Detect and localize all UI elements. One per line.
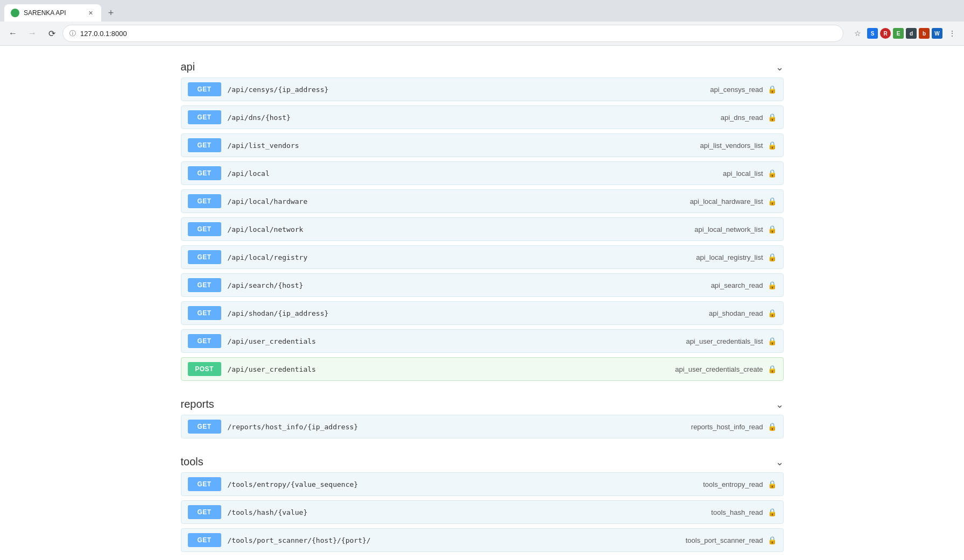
ext-icon-4[interactable]: d (906, 28, 917, 39)
lock-icon: 🔒 (768, 141, 777, 150)
reload-button[interactable]: ⟳ (43, 25, 60, 42)
lock-icon: 🔒 (768, 365, 777, 373)
section-header-api[interactable]: api ⌄ (181, 56, 784, 77)
endpoint-name: api_dns_read (721, 114, 763, 122)
endpoint-name: api_local_hardware_list (690, 197, 763, 205)
nav-bar: ← → ⟳ ⓘ 127.0.0.1:8000 ☆ S R E d b W ⋮ (0, 22, 964, 45)
endpoint-path: /api/local/registry (228, 253, 696, 261)
endpoint-row[interactable]: GET /api/user_credentials api_user_crede… (181, 329, 784, 353)
section-reports: reports ⌄ GET /reports/host_info/{ip_add… (181, 394, 784, 438)
back-button[interactable]: ← (4, 25, 22, 42)
endpoint-path: /tools/hash/{value} (228, 508, 712, 516)
lock-icon: 🔒 (768, 508, 777, 516)
tab-title: SARENKA API (24, 9, 82, 17)
endpoint-row[interactable]: GET /tools/hash/{value} tools_hash_read … (181, 500, 784, 524)
section-title-tools: tools (181, 456, 203, 468)
new-tab-button[interactable]: + (103, 5, 118, 20)
endpoint-path: /api/censys/{ip_address} (228, 86, 710, 94)
method-badge: GET (188, 138, 221, 152)
endpoint-path: /api/shodan/{ip_address} (228, 309, 709, 317)
endpoint-row[interactable]: POST /api/user_credentials api_user_cred… (181, 357, 784, 381)
endpoint-path: /api/user_credentials (228, 337, 686, 345)
active-tab[interactable]: SARENKA API ✕ (4, 4, 101, 22)
endpoint-row[interactable]: GET /api/local/hardware api_local_hardwa… (181, 189, 784, 213)
endpoint-path: /api/search/{host} (228, 281, 711, 289)
endpoint-name: tools_entropy_read (703, 480, 763, 488)
method-badge: GET (188, 533, 221, 547)
method-badge: GET (188, 477, 221, 491)
method-badge: GET (188, 250, 221, 264)
lock-icon: 🔒 (768, 281, 777, 289)
toolbar-actions: ☆ S R E d b W ⋮ (850, 26, 960, 41)
browser-chrome: SARENKA API ✕ + ← → ⟳ ⓘ 127.0.0.1:8000 ☆… (0, 0, 964, 46)
lock-icon: 🔒 (768, 309, 777, 317)
section-title-api: api (181, 61, 195, 73)
endpoint-name: api_local_registry_list (696, 253, 763, 261)
method-badge: GET (188, 505, 221, 519)
endpoint-row[interactable]: GET /api/local/registry api_local_regist… (181, 245, 784, 269)
ext-icon-3[interactable]: E (893, 28, 904, 39)
endpoint-path: /api/user_credentials (228, 365, 675, 373)
method-badge: POST (188, 362, 221, 376)
endpoint-path: /api/dns/{host} (228, 114, 721, 122)
method-badge: GET (188, 306, 221, 320)
method-badge: GET (188, 166, 221, 180)
endpoint-row[interactable]: GET /reports/host_info/{ip_address} repo… (181, 415, 784, 438)
address-bar[interactable]: ⓘ 127.0.0.1:8000 (62, 25, 843, 42)
endpoint-row[interactable]: GET /api/shodan/{ip_address} api_shodan_… (181, 301, 784, 325)
endpoint-row[interactable]: GET /api/dns/{host} api_dns_read 🔒 (181, 105, 784, 129)
endpoint-name: api_user_credentials_create (675, 365, 763, 373)
ext-icon-2[interactable]: R (880, 28, 891, 39)
method-badge: GET (188, 194, 221, 208)
endpoint-row[interactable]: GET /api/local api_local_list 🔒 (181, 161, 784, 185)
section-title-reports: reports (181, 398, 214, 410)
tab-favicon (11, 9, 19, 17)
method-badge: GET (188, 82, 221, 96)
ext-icon-5[interactable]: b (919, 28, 930, 39)
method-badge: GET (188, 222, 221, 236)
endpoint-name: api_list_vendors_list (700, 141, 763, 150)
endpoint-row[interactable]: GET /api/local/network api_local_network… (181, 217, 784, 241)
method-badge: GET (188, 110, 221, 124)
endpoint-name: api_local_network_list (694, 225, 763, 233)
endpoint-row[interactable]: GET /tools/port_scanner/{host}/{port}/ t… (181, 528, 784, 552)
endpoint-path: /api/list_vendors (228, 141, 700, 150)
section-chevron-reports: ⌄ (776, 399, 784, 410)
lock-icon: 🔒 (768, 422, 777, 431)
method-badge: GET (188, 278, 221, 292)
endpoint-row[interactable]: GET /api/list_vendors api_list_vendors_l… (181, 133, 784, 157)
section-header-reports[interactable]: reports ⌄ (181, 394, 784, 415)
forward-button[interactable]: → (24, 25, 41, 42)
bookmark-button[interactable]: ☆ (850, 26, 865, 41)
endpoint-row[interactable]: GET /api/search/{host} api_search_read 🔒 (181, 273, 784, 297)
lock-icon: 🔒 (768, 536, 777, 544)
lock-icon: 🔒 (768, 253, 777, 261)
address-lock-icon: ⓘ (69, 29, 76, 38)
endpoint-path: /api/local/hardware (228, 197, 690, 205)
lock-icon: 🔒 (768, 225, 777, 233)
tab-bar: SARENKA API ✕ + (0, 0, 964, 22)
tab-close-button[interactable]: ✕ (86, 9, 95, 17)
lock-icon: 🔒 (768, 169, 777, 178)
ext-icon-6[interactable]: W (932, 28, 942, 39)
section-tools: tools ⌄ GET /tools/entropy/{value_sequen… (181, 451, 784, 552)
endpoint-name: api_censys_read (710, 86, 763, 94)
endpoint-name: reports_host_info_read (691, 423, 763, 431)
menu-button[interactable]: ⋮ (945, 26, 960, 41)
page-content: api ⌄ GET /api/censys/{ip_address} api_c… (159, 46, 805, 560)
method-badge: GET (188, 420, 221, 434)
section-api: api ⌄ GET /api/censys/{ip_address} api_c… (181, 56, 784, 381)
lock-icon: 🔒 (768, 480, 777, 488)
ext-icon-1[interactable]: S (867, 28, 878, 39)
endpoint-name: api_user_credentials_list (686, 337, 763, 345)
endpoint-name: tools_port_scanner_read (686, 536, 763, 544)
lock-icon: 🔒 (768, 337, 777, 345)
lock-icon: 🔒 (768, 85, 777, 94)
endpoint-row[interactable]: GET /tools/entropy/{value_sequence} tool… (181, 472, 784, 496)
endpoint-name: api_local_list (723, 169, 763, 178)
section-header-tools[interactable]: tools ⌄ (181, 451, 784, 472)
endpoint-path: /reports/host_info/{ip_address} (228, 423, 691, 431)
lock-icon: 🔒 (768, 197, 777, 205)
endpoint-row[interactable]: GET /api/censys/{ip_address} api_censys_… (181, 77, 784, 101)
endpoint-path: /api/local/network (228, 225, 695, 233)
